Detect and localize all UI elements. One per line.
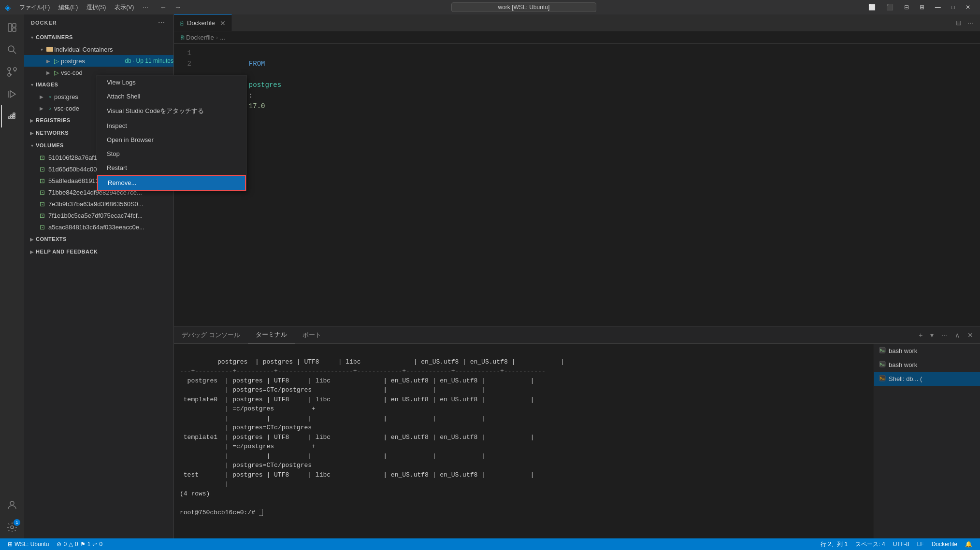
volume-icon-5: ⊡: [40, 212, 48, 219]
titlebar-controls: ⬜ ⬛ ⊟ ⊞ — □ ✕: [864, 3, 975, 12]
sidebar-header: DOCKER ···: [24, 14, 173, 31]
activity-accounts[interactable]: [1, 494, 23, 516]
spaces-label: スペース: 4: [855, 540, 885, 549]
context-menu-item-vscode-attach[interactable]: Visual Studio Codeをアタッチする: [97, 103, 246, 119]
volume-icon-3: ⊡: [40, 189, 48, 196]
terminal-instance-2[interactable]: Shell: db... (: [874, 372, 980, 386]
code-text-1: [249, 71, 253, 78]
activity-run-debug[interactable]: [1, 83, 23, 105]
menu-file[interactable]: ファイル(F): [15, 2, 54, 13]
layout-sidebar-btn[interactable]: ⬜: [864, 3, 880, 12]
sidebar-more-btn[interactable]: ···: [157, 18, 167, 27]
terminal-close-btn[interactable]: ✕: [965, 330, 976, 340]
info-icon: ⚑: [80, 541, 86, 548]
nav-forward[interactable]: →: [172, 2, 184, 12]
activity-search[interactable]: [1, 39, 23, 61]
status-spaces[interactable]: スペース: 4: [851, 538, 889, 550]
context-menu-item-stop[interactable]: Stop: [97, 147, 246, 161]
activity-docker[interactable]: [1, 105, 23, 127]
terminal-new-btn[interactable]: +: [916, 330, 925, 340]
tab-close-btn[interactable]: ✕: [220, 19, 226, 27]
more-tabs-btn[interactable]: ···: [965, 18, 976, 28]
layout-custom-btn[interactable]: ⊞: [915, 3, 929, 12]
main-content: 1 DOCKER ··· ▾ CONTAINERS ▾ Individual C…: [0, 14, 980, 538]
volume-item-5[interactable]: ⊡ 7f1e1b0c5ca5e7df075ecac74fcf...: [24, 210, 173, 221]
code-colon: :: [249, 92, 253, 99]
volume-icon-6: ⊡: [40, 224, 48, 231]
context-menu-item-restart[interactable]: Restart: [97, 161, 246, 175]
help-section-header[interactable]: ▶ HELP AND FEEDBACK: [24, 245, 173, 258]
code-lines[interactable]: FROM postgres : 17.0: [198, 48, 975, 322]
terminal-instance-0[interactable]: bash work: [874, 344, 980, 358]
terminal-split-btn[interactable]: ▾: [927, 330, 937, 340]
individual-containers-item[interactable]: ▾ Individual Containers: [24, 43, 173, 55]
containers-section-label: CONTAINERS: [36, 34, 173, 40]
context-menu-item-inspect[interactable]: Inspect: [97, 119, 246, 133]
breadcrumb-file: Dockerfile: [186, 34, 214, 41]
encoding-label: UTF-8: [893, 541, 909, 548]
context-menu-item-open-browser[interactable]: Open in Browser: [97, 133, 246, 147]
nav-back[interactable]: ←: [157, 2, 170, 12]
warnings-icon: △: [69, 541, 73, 548]
terminal-bash-icon-1: [879, 361, 886, 369]
volume-item-6[interactable]: ⊡ a5cac88481b3c64af033eeacc0e...: [24, 221, 173, 233]
menu-more[interactable]: ···: [139, 2, 152, 13]
status-wsl[interactable]: ⊞ WSL: Ubuntu: [4, 538, 53, 550]
maximize-btn[interactable]: □: [947, 3, 960, 12]
svg-point-3: [8, 46, 14, 52]
context-menu-item-remove[interactable]: Remove...: [97, 175, 246, 191]
context-menu-item-attach-shell[interactable]: Attach Shell: [97, 89, 246, 103]
volume-label-5: 7f1e1b0c5ca5e7df075ecac74fcf...: [48, 212, 143, 219]
layout-split-btn[interactable]: ⊟: [899, 3, 914, 12]
terminal-instance-1[interactable]: bash work: [874, 358, 980, 372]
status-eol[interactable]: LF: [913, 538, 928, 550]
bell-icon: 🔔: [965, 541, 972, 548]
minimize-btn[interactable]: —: [930, 3, 946, 12]
split-editor-btn[interactable]: ⊟: [953, 18, 965, 28]
breadcrumb-separator: ›: [216, 34, 218, 41]
menu-edit[interactable]: 編集(E): [55, 2, 82, 13]
status-line-col[interactable]: 行 2、列 1: [817, 538, 851, 550]
code-line-1: FROM postgres : 17.0: [200, 48, 975, 122]
terminal-instance-label-2: Shell: db... (: [889, 375, 922, 382]
context-menu-item-view-logs[interactable]: View Logs: [97, 75, 246, 89]
postgres-container-item[interactable]: ▶ ▷ postgres db · Up 11 minutes: [24, 55, 173, 67]
menu-view[interactable]: 表示(V): [111, 2, 138, 13]
svg-rect-21: [879, 361, 885, 367]
terminal-content[interactable]: postgres | postgres | UTF8 | libc | en_U…: [174, 344, 874, 538]
images-chevron: ▾: [28, 82, 36, 87]
wsl-label: WSL: Ubuntu: [14, 541, 49, 548]
contexts-chevron: ▶: [28, 237, 36, 242]
close-btn[interactable]: ✕: [961, 3, 975, 12]
status-encoding[interactable]: UTF-8: [889, 538, 913, 550]
titlebar-search-box[interactable]: work [WSL: Ubuntu]: [451, 2, 596, 12]
errors-icon: ⊘: [57, 541, 61, 548]
activity-source-control[interactable]: [1, 61, 23, 83]
volume-icon-2: ⊡: [40, 177, 48, 184]
status-bell[interactable]: 🔔: [961, 538, 976, 550]
sidebar-title: DOCKER: [31, 20, 57, 26]
networks-chevron: ▶: [28, 130, 36, 136]
terminal-more-btn[interactable]: ···: [938, 330, 950, 340]
containers-section-header[interactable]: ▾ CONTAINERS: [24, 31, 173, 43]
volume-item-4[interactable]: ⊡ 7e3b9b37ba63a9d3f6863560S0...: [24, 198, 173, 210]
terminal-maximize-btn[interactable]: ∧: [952, 330, 963, 340]
terminal-tab-terminal[interactable]: ターミナル: [248, 326, 295, 343]
terminal-tab-debug[interactable]: デバッグ コンソール: [174, 326, 248, 343]
contexts-section-header[interactable]: ▶ CONTEXTS: [24, 233, 173, 245]
menu-select[interactable]: 選択(S): [83, 2, 110, 13]
info-count: 1: [87, 541, 91, 548]
errors-count: 0: [63, 541, 67, 548]
svg-rect-0: [8, 24, 12, 31]
code-line-2: [200, 122, 975, 133]
layout-panel-btn[interactable]: ⬛: [881, 3, 898, 12]
status-errors[interactable]: ⊘ 0 △ 0 ⚑ 1 ⇌ 0: [53, 538, 106, 550]
svg-rect-11: [13, 117, 15, 118]
terminal-tab-ports[interactable]: ポート: [295, 326, 329, 343]
containers-folder-icon: [45, 45, 54, 54]
code-content: 1 2 FROM postgres : 17.0: [174, 44, 980, 326]
tab-dockerfile[interactable]: ⎘ Dockerfile ✕: [174, 14, 232, 31]
status-language[interactable]: Dockerfile: [928, 538, 961, 550]
activity-settings[interactable]: 1: [1, 516, 23, 538]
activity-explorer[interactable]: [1, 16, 23, 39]
